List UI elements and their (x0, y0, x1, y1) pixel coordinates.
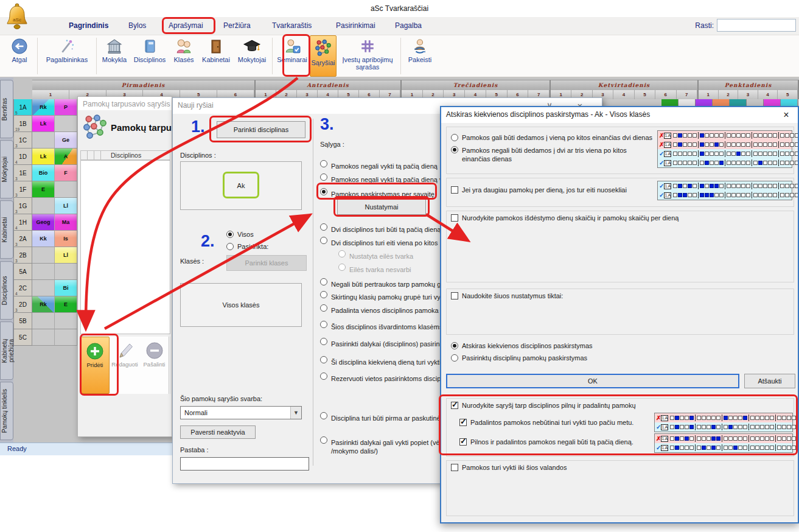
class-row-header-1b[interactable]: 1B19 (13, 116, 32, 132)
menu-pasirinkimai[interactable]: Pasirinkimai (336, 21, 375, 30)
timetable-cell[interactable]: E (32, 181, 55, 198)
parinkti-klases-button[interactable]: Parinkti klases (226, 255, 307, 271)
timetable-cell[interactable] (32, 264, 55, 280)
class-row-header-1d[interactable]: 1D4 (13, 149, 32, 165)
condition-option-11[interactable]: Pasirinkti dalykai (disciplinos) pasirin… (320, 338, 445, 349)
timetable-cell[interactable]: Kk (32, 231, 55, 247)
timetable-cell[interactable] (55, 329, 77, 346)
checkbox-naudokite[interactable]: Naudokite šiuos nustatymus tiktai: (451, 292, 563, 299)
toolbar-disciplinos-button[interactable]: Disciplinos (130, 35, 169, 77)
prideti-button[interactable]: Pridėti (80, 337, 110, 394)
sidebar-tab-mokytojai[interactable]: Mokytojai (0, 140, 13, 198)
timetable-cell[interactable]: Ll (55, 247, 77, 264)
sidebar-tab-kabinetai[interactable]: Kabinetai (0, 200, 13, 259)
condition-option-15[interactable]: Pasirinkti dalykai gali vykti popiet (vė… (320, 436, 447, 455)
sidebar-tab-disciplinos[interactable]: Disciplinos (0, 261, 13, 320)
toolbar-klases-button[interactable]: Klasės (169, 35, 198, 77)
timetable-cell[interactable]: Rk (32, 296, 55, 313)
parinkti-disciplinas-button[interactable]: Parinkti disciplinas (217, 121, 305, 138)
close-icon[interactable]: × (777, 110, 795, 121)
timetable-cell[interactable] (32, 329, 55, 346)
timetable-cell[interactable] (32, 280, 55, 296)
importance-select[interactable]: Normali ▼ (180, 406, 302, 419)
menu-pagrindinis[interactable]: Pagrindinis (69, 21, 108, 30)
class-row-header-5b[interactable]: 5B (13, 313, 32, 329)
class-row-header-2d[interactable]: 2D3 (13, 296, 32, 313)
toolbar-mokytojai-button[interactable]: Mokytojai (234, 35, 270, 77)
toolbar-pagalbininkas-button[interactable]: Pagalbininkas (40, 35, 94, 77)
list-column[interactable] (94, 151, 101, 159)
timetable-cell[interactable]: Lk (32, 149, 55, 165)
class-row-header-5a[interactable]: 5A (13, 264, 32, 280)
timetable-cell[interactable]: Rk (32, 99, 55, 116)
radio-atskiras[interactable]: Atskiras kiekvienos disciplinos paskirst… (451, 342, 593, 349)
menu-aprasymai[interactable]: Aprašymai (169, 21, 203, 30)
checkbox-pilnos[interactable]: Pilnos ir padalintos pamokos negali būti… (459, 438, 633, 446)
timetable-cell[interactable]: P (55, 99, 77, 116)
timetable-cell[interactable]: Is (55, 231, 77, 247)
radio-visos[interactable]: Visos (226, 231, 254, 238)
class-row-header-1f[interactable]: 1F3 (13, 181, 32, 198)
timetable-cell[interactable]: E (55, 296, 77, 313)
condition-option-12[interactable]: Ši disciplina kiekvieną dieną turi vykti (320, 356, 441, 367)
list-column[interactable] (81, 151, 88, 159)
timetable-cell[interactable]: Bi (55, 280, 77, 296)
timetable-cell[interactable]: Ll (55, 198, 77, 214)
condition-option-13[interactable]: Rezervuoti vietos pasirinktoms discipli (320, 373, 444, 383)
atsaukti-button[interactable]: Atšaukti (744, 374, 795, 388)
timetable-cell[interactable] (32, 313, 55, 329)
timetable-cell[interactable]: Ma (55, 214, 77, 231)
radio-negali-dedamos[interactable]: Pamokos negali būti dedamos į dvi ar tri… (451, 146, 657, 164)
toolbar-sarysiai-button[interactable]: Sąryšiai (310, 35, 337, 77)
checkbox-sarysi-pilnu[interactable]: Nurodykite sąryšį tarp disciplinos pilnų… (451, 402, 636, 409)
menu-pagalba[interactable]: Pagalba (395, 21, 422, 30)
redaguoti-button[interactable]: Redaguoti (110, 337, 140, 394)
checkbox-padalintos[interactable]: Padalintos pamokos nebūtinai turi vykti … (459, 419, 633, 426)
condition-option-14[interactable]: Disciplina turi būti pirma ar paskutinė (320, 412, 441, 423)
checkbox-isdestymo[interactable]: Nurodykite pamokos išdėstymo dienų skaič… (451, 214, 679, 222)
selected-discipline-box[interactable]: Ak (180, 161, 302, 210)
condition-option-7[interactable]: Negali būti pertraukos tarp pamokų gr (320, 278, 443, 289)
class-row-header-1a[interactable]: 1A5 (13, 99, 32, 116)
condition-option-6[interactable]: Eilės tvarka nesvarbi (338, 264, 411, 275)
radio-pasirinktu[interactable]: Pasirinktų disciplinų pamokų paskirstyma… (451, 354, 587, 362)
menu-tvarkarastis[interactable]: Tvarkaraštis (272, 21, 312, 30)
class-row-header-1g[interactable]: 1G3 (13, 198, 32, 214)
timetable-cell[interactable] (55, 264, 77, 280)
class-row-header-5c[interactable]: 5C (13, 329, 32, 346)
condition-option-10[interactable]: Šios disciplinos išvardintoms klasėms t (320, 321, 447, 332)
timetable-cell[interactable] (55, 116, 77, 132)
timetable-cell[interactable] (32, 247, 55, 264)
timetable-cell[interactable] (55, 181, 77, 198)
relations-list[interactable] (80, 160, 170, 334)
list-column[interactable] (88, 151, 94, 159)
timetable-cell[interactable]: Bio (32, 165, 55, 181)
radio-pasirinkta[interactable]: Pasirinkta: (226, 243, 268, 250)
timetable-cell[interactable]: Ge (55, 132, 77, 149)
toolbar-pakeisti-button[interactable]: Pakeisti (403, 35, 437, 77)
toolbar-kabinetai-button[interactable]: Kabinetai (198, 35, 234, 77)
condition-option-5[interactable]: Nustatyta eilės tvarka (338, 250, 413, 261)
class-row-header-1c[interactable]: 1C3 (13, 132, 32, 149)
timetable-cell[interactable]: Geog (32, 214, 55, 231)
menu-perziura[interactable]: Peržiūra (223, 21, 251, 30)
radio-gali-dedamos[interactable]: Pamokos gali būti dedamos į vieną po kit… (451, 134, 652, 141)
class-row-header-1e[interactable]: 1E3 (13, 165, 32, 181)
condition-option-9[interactable]: Padalinta vienos disciplinos pamoka tu (320, 304, 446, 315)
checkbox-iki-valandos[interactable]: Pamokos turi vykti iki šios valandos (451, 464, 567, 471)
timetable-cell[interactable] (32, 198, 55, 214)
column-header-disciplinos[interactable]: Disciplinos (101, 152, 141, 159)
timetable-cell[interactable]: A (55, 149, 77, 165)
timetable-cell[interactable]: F (55, 165, 77, 181)
condition-option-8[interactable]: Skirtingų klasių pamokų grupė turi vyk (320, 291, 444, 302)
menu-bylos[interactable]: Bylos (128, 21, 146, 30)
pasalinti-button[interactable]: Pašalinti (140, 337, 169, 394)
class-row-header-1h[interactable]: 1H4 (13, 214, 32, 231)
checkbox-nuosekliai[interactable]: Jei yra daugiau pamokų per dieną, jos tu… (451, 186, 627, 194)
condition-option-1[interactable]: Pamokos negali vykti tą pačią dieną vi (320, 173, 444, 184)
sidebar-tab-bendras[interactable]: Bendras (0, 80, 13, 138)
ok-button[interactable]: OK (446, 374, 739, 388)
sidebar-tab-pamok-tinklelis[interactable]: Pamokų tinklelis (0, 382, 13, 440)
sidebar-tab-kabinet-prie-i-ra[interactable]: Kabinetų priežiūra (0, 321, 13, 380)
search-input[interactable] (717, 19, 796, 32)
